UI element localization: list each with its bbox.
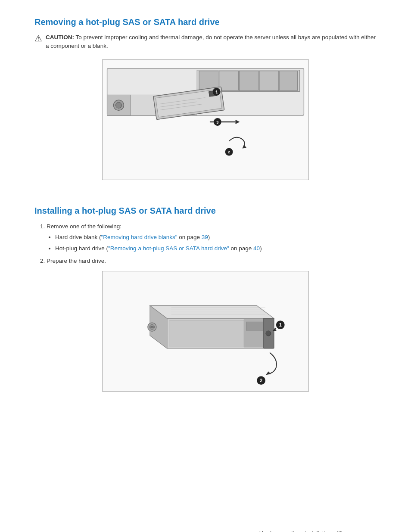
section1-title: Removing a hot-plug SAS or SATA hard dri… [34, 17, 377, 27]
step1-text: Remove one of the following: [47, 223, 121, 230]
caution-box: ⚠ CAUTION: To prevent improper cooling a… [34, 33, 377, 51]
link-hotplug-drive[interactable]: "Removing a hot-plug SAS or SATA hard dr… [108, 245, 229, 252]
svg-point-25 [116, 102, 122, 108]
installing-image: 1 2 [102, 271, 309, 392]
svg-point-37 [266, 331, 271, 336]
caution-text: CAUTION: To prevent improper cooling and… [46, 33, 377, 51]
installing-image-container: 1 2 [34, 271, 377, 404]
svg-rect-3 [219, 71, 239, 90]
footer-page: 40 [336, 530, 342, 532]
section2-title: Installing a hot-plug SAS or SATA hard d… [34, 206, 377, 216]
sub-item-2: Hot-plug hard drive ("Removing a hot-plu… [55, 244, 377, 253]
sub-list: Hard drive blank ("Removing hard drive b… [55, 233, 377, 253]
removing-image-container: 1 3 2 [34, 59, 377, 193]
link-page-40[interactable]: 40 [253, 245, 260, 252]
svg-rect-4 [239, 71, 258, 90]
svg-rect-6 [280, 71, 298, 90]
svg-marker-20 [242, 144, 246, 148]
step2-text: Prepare the hard drive. [47, 258, 106, 264]
svg-text:3: 3 [216, 119, 219, 124]
steps-list: Remove one of the following: Hard drive … [47, 222, 377, 266]
removing-image: 1 3 2 [102, 59, 309, 180]
link-hard-drive-blanks[interactable]: "Removing hard drive blanks" [101, 234, 177, 240]
section-removing: Removing a hot-plug SAS or SATA hard dri… [34, 17, 377, 193]
link-page-39[interactable]: 39 [202, 234, 208, 240]
svg-text:2: 2 [228, 149, 230, 154]
caution-icon: ⚠ [34, 33, 42, 44]
footer-text: Hardware options installation [259, 530, 331, 532]
footer: Hardware options installation 40 [259, 530, 342, 532]
svg-text:2: 2 [260, 378, 262, 383]
step-1: Remove one of the following: Hard drive … [47, 222, 377, 253]
svg-rect-5 [259, 71, 279, 90]
section-installing: Installing a hot-plug SAS or SATA hard d… [34, 206, 377, 404]
svg-text:1: 1 [279, 322, 282, 327]
sub-item-1: Hard drive blank ("Removing hard drive b… [55, 233, 377, 242]
svg-marker-17 [236, 120, 240, 124]
step-2: Prepare the hard drive. [47, 256, 377, 266]
caution-body: To prevent improper cooling and thermal … [46, 34, 376, 49]
